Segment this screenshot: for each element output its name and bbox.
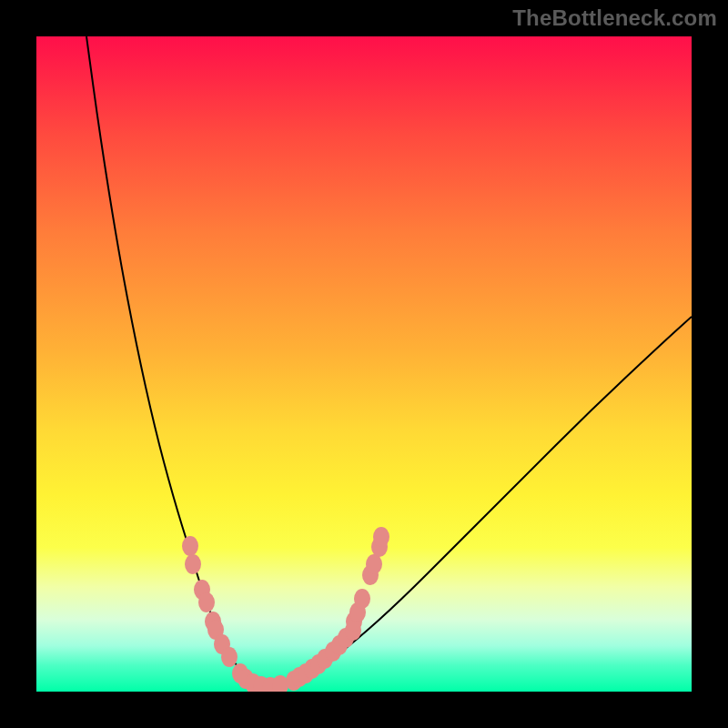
watermark-text: TheBottleneck.com	[512, 5, 717, 31]
curve-marker	[272, 675, 288, 692]
curve-marker	[185, 554, 201, 574]
curve-marker	[354, 589, 370, 609]
curve-marker	[182, 536, 198, 556]
plot-area	[36, 36, 692, 692]
chart-container: TheBottleneck.com	[0, 0, 728, 728]
curve-svg	[36, 36, 692, 692]
curve-marker	[373, 527, 389, 547]
curve-marker	[198, 592, 215, 612]
markers-group	[182, 527, 389, 692]
curve-marker	[221, 647, 238, 667]
curve-marker	[366, 554, 382, 574]
bottleneck-curve-path	[86, 36, 692, 686]
